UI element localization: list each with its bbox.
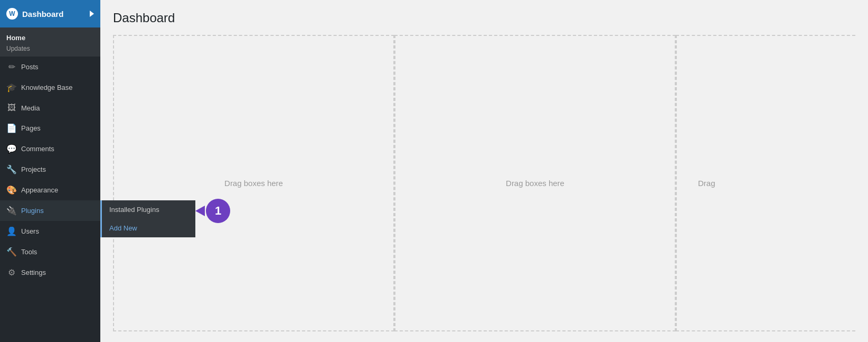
sidebar: W Dashboard Home Updates ✏ Posts 🎓 Knowl… (0, 0, 100, 342)
sidebar-tools-label: Tools (21, 248, 37, 256)
knowledge-base-icon: 🎓 (6, 82, 17, 93)
pages-icon: 📄 (6, 123, 17, 133)
sidebar-collapse-arrow (90, 11, 94, 17)
comments-icon: 💬 (6, 144, 17, 154)
sidebar-posts-label: Posts (21, 63, 39, 71)
drag-column-1: Drag boxes here (113, 35, 394, 331)
users-icon: 👤 (6, 226, 17, 236)
drag-column-3-text: Drag (677, 179, 715, 188)
badge-number: 1 (206, 199, 230, 223)
drag-column-2-text: Drag boxes here (506, 179, 564, 188)
sidebar-dashboard-label: Dashboard (22, 10, 63, 19)
plugins-icon: 🔌 (6, 206, 17, 216)
tools-icon: 🔨 (6, 247, 17, 257)
drag-column-3: Drag (676, 35, 855, 331)
page-title: Dashboard (113, 11, 855, 25)
sidebar-item-media[interactable]: 🖼 Media (0, 98, 100, 118)
submenu-installed-plugins[interactable]: Installed Plugins (102, 200, 195, 219)
sidebar-home-label[interactable]: Home (6, 32, 94, 44)
sidebar-item-plugins[interactable]: 🔌 Plugins Installed Plugins Add New 1 (0, 200, 100, 221)
plugins-submenu: Installed Plugins Add New (100, 200, 195, 237)
sidebar-appearance-label: Appearance (21, 186, 58, 194)
sidebar-item-tools[interactable]: 🔨 Tools (0, 242, 100, 262)
sidebar-projects-label: Projects (21, 165, 46, 173)
badge-arrow (195, 206, 205, 216)
drag-column-2: Drag boxes here (394, 35, 676, 331)
sidebar-pages-label: Pages (21, 124, 41, 132)
drag-columns-container: Drag boxes here Drag boxes here Drag (113, 35, 855, 331)
sidebar-comments-label: Comments (21, 145, 54, 153)
sidebar-item-pages[interactable]: 📄 Pages (0, 118, 100, 138)
sidebar-item-appearance[interactable]: 🎨 Appearance (0, 180, 100, 200)
sidebar-item-users[interactable]: 👤 Users (0, 221, 100, 242)
sidebar-nav: ✏ Posts 🎓 Knowledge Base 🖼 Media 📄 Pages… (0, 57, 100, 342)
sidebar-item-knowledge-base[interactable]: 🎓 Knowledge Base (0, 77, 100, 98)
projects-icon: 🔧 (6, 164, 17, 174)
sidebar-updates-label[interactable]: Updates (6, 44, 94, 56)
sidebar-home-section: Home Updates (0, 27, 100, 57)
sidebar-users-label: Users (21, 227, 39, 235)
sidebar-dashboard-header[interactable]: W Dashboard (0, 0, 100, 27)
appearance-icon: 🎨 (6, 185, 17, 195)
posts-icon: ✏ (6, 62, 17, 72)
sidebar-item-projects[interactable]: 🔧 Projects (0, 159, 100, 180)
sidebar-item-settings[interactable]: ⚙ Settings (0, 262, 100, 283)
sidebar-plugins-label: Plugins (21, 207, 44, 215)
sidebar-media-label: Media (21, 104, 40, 112)
settings-icon: ⚙ (6, 267, 17, 278)
drag-column-1-text: Drag boxes here (224, 179, 283, 188)
media-icon: 🖼 (6, 103, 17, 113)
submenu-add-new[interactable]: Add New (100, 219, 195, 237)
sidebar-item-comments[interactable]: 💬 Comments (0, 138, 100, 159)
dashboard-wp-icon: W (6, 8, 18, 20)
sidebar-settings-label: Settings (21, 269, 46, 276)
sidebar-knowledge-base-label: Knowledge Base (21, 84, 73, 91)
main-content: Dashboard Drag boxes here Drag boxes her… (100, 0, 868, 342)
sidebar-item-posts[interactable]: ✏ Posts (0, 57, 100, 77)
